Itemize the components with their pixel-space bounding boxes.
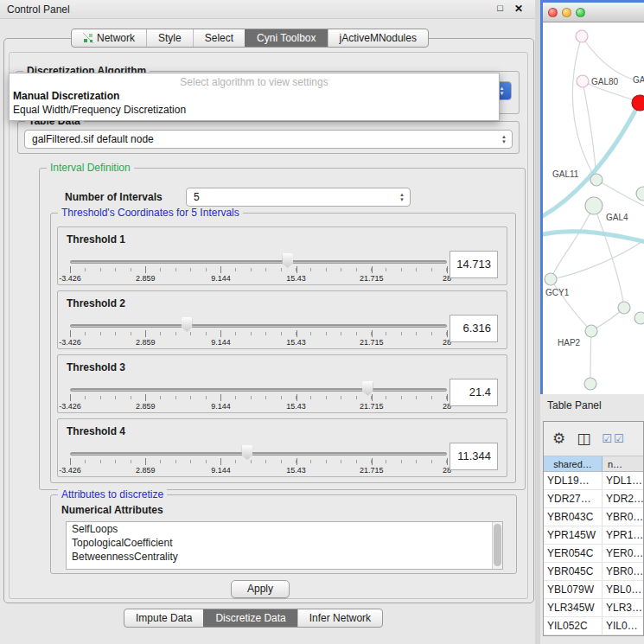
table-row[interactable]: YBL079WYBL0…	[544, 581, 643, 599]
algorithm-dropdown-popup: Select algorithm to view settings Manual…	[9, 73, 500, 121]
column-header-name[interactable]: n…	[603, 456, 643, 471]
tab-label: Impute Data	[136, 612, 192, 624]
slider-track[interactable]	[70, 452, 447, 456]
table-row[interactable]: YER054CYER0…	[544, 545, 643, 563]
slider-major-tick	[220, 458, 221, 465]
network-node-selected[interactable]	[632, 95, 644, 111]
table-data-combobox[interactable]: galFiltered.sif default node ▲ ▼	[24, 130, 513, 149]
tab-select[interactable]: Select	[193, 29, 245, 47]
select-columns-icon[interactable]: ☑☑	[602, 432, 625, 445]
network-edge-highlighted[interactable]	[543, 232, 644, 242]
threshold-1-slider[interactable]: -3.4262.8599.14415.4321.71528	[70, 253, 447, 284]
numerical-attributes-list[interactable]: SelfLoopsTopologicalCoefficientBetweenne…	[66, 521, 503, 570]
algorithm-option-manual-discretization[interactable]: Manual Discretization	[10, 89, 499, 103]
bottom-tab-discretize-data[interactable]: Discretize Data	[203, 609, 296, 627]
network-edge[interactable]	[572, 36, 596, 180]
slider-major-tick	[220, 330, 221, 337]
attribute-list-item-betweennesscentrality[interactable]: BetweennessCentrality	[67, 550, 502, 564]
tab-network[interactable]: Network	[72, 29, 146, 47]
slider-major-tick	[145, 266, 146, 273]
column-header-shared-name[interactable]: shared…	[544, 456, 603, 471]
network-node[interactable]	[618, 302, 630, 314]
gear-icon[interactable]: ⚙	[552, 430, 565, 448]
threshold-4-slider[interactable]: -3.4262.8599.14415.4321.71528	[70, 445, 447, 476]
tab-label: Style	[158, 32, 182, 44]
slider-major-tick	[145, 330, 146, 337]
network-edge[interactable]	[551, 279, 591, 331]
table-cell-shared-name: YLR345W	[544, 599, 603, 616]
network-edge[interactable]	[583, 81, 596, 180]
combobox-stepper-icon[interactable]: ▲ ▼	[399, 192, 405, 202]
slider-major-tick	[70, 266, 71, 273]
threshold-1-value-field[interactable]: 14.713	[450, 251, 498, 278]
arrow-down-icon: ▼	[500, 91, 505, 96]
threshold-3-slider[interactable]: -3.4262.8599.14415.4321.71528	[70, 381, 447, 412]
slider-scale-label: 21.715	[360, 466, 384, 475]
network-node[interactable]	[577, 75, 589, 87]
number-of-intervals-combobox[interactable]: 5 ▲ ▼	[186, 188, 411, 207]
network-canvas[interactable]: GAL80 GA GAL11 GAL4 GCY1 HAP2	[543, 22, 644, 394]
table-row[interactable]: YDL19…YDL1…	[544, 472, 643, 490]
network-node[interactable]	[634, 312, 644, 324]
bottom-tab-impute-data[interactable]: Impute Data	[124, 609, 203, 627]
network-node[interactable]	[584, 378, 596, 390]
list-scrollbar[interactable]	[492, 522, 502, 569]
threshold-2-slider[interactable]: -3.4262.8599.14415.4321.71528	[70, 317, 447, 348]
slider-thumb[interactable]	[241, 445, 252, 460]
slider-thumb[interactable]	[282, 253, 293, 268]
float-window-button[interactable]: □	[497, 3, 503, 13]
minimize-traffic-light-icon[interactable]	[562, 8, 571, 17]
table-row[interactable]: YBR043CYBR0…	[544, 508, 643, 526]
tab-jactivemnodules[interactable]: jActiveMNodules	[328, 29, 428, 47]
slider-major-tick	[447, 266, 448, 273]
threshold-3-value-field[interactable]: 21.4	[450, 379, 498, 406]
node-label: GAL80	[591, 77, 619, 86]
apply-button[interactable]: Apply	[231, 580, 290, 598]
bottom-tab-infer-network[interactable]: Infer Network	[297, 609, 382, 627]
table-row[interactable]: YBR045CYBR0…	[544, 563, 643, 581]
network-edge[interactable]	[551, 240, 644, 279]
table-body: YDL19…YDL1…YDR27…YDR2…YBR043CYBR0…YPR145…	[544, 472, 643, 635]
network-node[interactable]	[590, 174, 603, 186]
network-node[interactable]	[585, 197, 603, 214]
attribute-list-item-topologicalcoefficient[interactable]: TopologicalCoefficient	[67, 536, 502, 550]
table-cell-name: YBR0…	[603, 565, 643, 577]
columns-icon[interactable]: ◫	[577, 430, 590, 448]
network-edge[interactable]	[590, 331, 591, 383]
table-cell-shared-name: YBR045C	[544, 563, 603, 580]
close-traffic-light-icon[interactable]	[548, 8, 558, 17]
scrollbar-thumb[interactable]	[494, 524, 501, 566]
slider-track[interactable]	[70, 324, 447, 328]
network-node[interactable]	[636, 187, 644, 201]
slider-major-tick	[296, 394, 297, 401]
slider-track[interactable]	[70, 260, 447, 264]
tab-style[interactable]: Style	[146, 29, 193, 47]
number-of-intervals-value: 5	[194, 188, 200, 206]
algorithm-placeholder-option: Select algorithm to view settings	[10, 75, 499, 89]
table-cell-shared-name: YBR043C	[544, 508, 603, 526]
thresholds-coordinates-group-label: Threshold's Coordinates for 5 Intervals	[58, 207, 243, 219]
table-row[interactable]: YLR345WYLR3…	[544, 599, 643, 617]
network-node[interactable]	[585, 325, 597, 337]
tab-cyni-toolbox[interactable]: Cyni Toolbox	[245, 29, 327, 47]
attribute-list-item-selfloops[interactable]: SelfLoops	[67, 522, 502, 536]
slider-track[interactable]	[70, 388, 447, 392]
table-row[interactable]: YIL052CYIL0…	[544, 617, 643, 635]
algorithm-option-equal-width-frequency-discretization[interactable]: Equal Width/Frequency Discretization	[10, 103, 499, 117]
close-window-button[interactable]: ✕	[514, 3, 523, 15]
network-node[interactable]	[545, 273, 557, 285]
table-row[interactable]: YPR145WYPR1…	[544, 526, 643, 545]
network-node[interactable]	[576, 30, 588, 42]
slider-thumb[interactable]	[182, 317, 193, 332]
table-header-row: shared… n…	[544, 456, 643, 472]
threshold-4-value-field[interactable]: 11.344	[450, 443, 498, 470]
threshold-2-panel: Threshold 2 -3.4262.8599.14415.4321.7152…	[57, 290, 507, 349]
combobox-stepper-icon[interactable]: ▲ ▼	[501, 134, 507, 144]
network-edge[interactable]	[551, 206, 594, 279]
table-row[interactable]: YDR27…YDR2…	[544, 490, 643, 508]
slider-scale-label: 15.43	[286, 274, 306, 283]
network-edge[interactable]	[582, 36, 633, 80]
slider-major-tick	[372, 394, 373, 401]
zoom-traffic-light-icon[interactable]	[576, 8, 585, 17]
threshold-2-value-field[interactable]: 6.316	[450, 315, 498, 342]
